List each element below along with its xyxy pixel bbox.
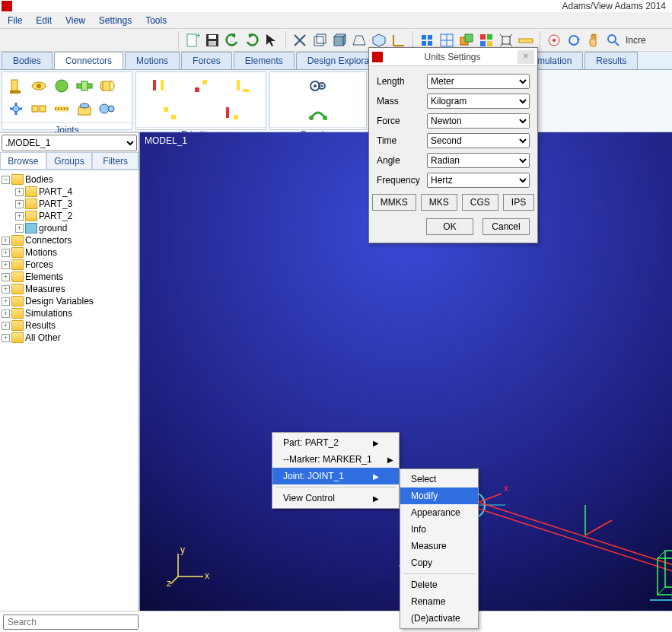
ctx-appearance[interactable]: Appearance [400, 504, 478, 521]
measure-icon[interactable] [517, 31, 535, 49]
primitive-inplane-icon[interactable] [192, 77, 210, 95]
expand-icon[interactable]: + [2, 322, 10, 330]
shaded-icon[interactable] [330, 31, 349, 49]
tool-icon[interactable] [291, 31, 309, 49]
fit-icon[interactable] [497, 31, 515, 49]
joint-screw-icon[interactable] [53, 100, 71, 118]
dialog-titlebar[interactable]: Units Settings × [369, 48, 537, 66]
tree-connectors[interactable]: Connectors [25, 235, 72, 246]
expand-icon[interactable]: + [2, 273, 10, 281]
expand-icon[interactable]: + [2, 297, 10, 306]
tab-elements[interactable]: Elements [234, 52, 295, 69]
joint-revolute-icon[interactable] [30, 77, 48, 95]
target-icon[interactable] [545, 31, 563, 49]
snap-icon[interactable] [418, 31, 436, 49]
joint-translational-icon[interactable] [75, 77, 94, 95]
menu-settings[interactable]: Settings [93, 14, 138, 27]
joint-hooke-icon[interactable] [7, 100, 25, 118]
tree-designvars[interactable]: Design Variables [25, 296, 94, 306]
color-icon[interactable] [477, 31, 495, 49]
coupler-gear-icon[interactable] [309, 77, 327, 95]
wireframe-icon[interactable] [311, 31, 329, 49]
primitive-orientation-icon[interactable] [234, 77, 252, 95]
expand-icon[interactable]: + [2, 285, 10, 294]
mmks-button[interactable]: MMKS [372, 194, 416, 211]
tree-allother[interactable]: All Other [25, 332, 61, 343]
tab-forces[interactable]: Forces [181, 52, 232, 69]
select-icon[interactable] [263, 31, 281, 49]
force-select[interactable]: Newton [427, 113, 530, 129]
expand-icon[interactable]: + [15, 212, 24, 221]
perspective-icon[interactable] [350, 31, 368, 49]
redo-icon[interactable] [243, 31, 261, 49]
primitive-parallel-icon[interactable] [161, 104, 179, 122]
joint-cylindrical-icon[interactable] [98, 77, 116, 95]
tree-motions[interactable]: Motions [25, 247, 57, 258]
ok-button[interactable]: OK [426, 218, 473, 235]
depth-icon[interactable] [457, 31, 476, 49]
tab-motions[interactable]: Motions [125, 52, 180, 69]
tree-part4[interactable]: PART_4 [39, 186, 72, 197]
expand-icon[interactable]: + [2, 334, 10, 342]
tree-results[interactable]: Results [25, 320, 56, 331]
save-icon[interactable] [203, 31, 221, 49]
expand-icon[interactable]: + [15, 224, 24, 233]
tree-forces[interactable]: Forces [25, 259, 53, 270]
expand-icon[interactable]: + [15, 200, 24, 208]
iso-icon[interactable] [370, 31, 388, 49]
rotate-view-icon[interactable] [565, 31, 583, 49]
cgs-button[interactable]: CGS [462, 194, 498, 211]
menu-view[interactable]: View [59, 14, 91, 27]
joint-spherical-icon[interactable] [53, 77, 71, 95]
ctx-modify[interactable]: Modify [400, 487, 478, 504]
tree-simulations[interactable]: Simulations [25, 308, 72, 319]
coupler-joint-icon[interactable] [309, 104, 327, 122]
primitive-inline-icon[interactable] [150, 77, 168, 95]
joint-fixed-icon[interactable] [7, 77, 25, 95]
expand-icon[interactable]: + [2, 261, 10, 269]
joint-constant-velocity-icon[interactable] [30, 100, 48, 118]
pan-icon[interactable] [584, 31, 603, 49]
angle-select[interactable]: Radian [427, 153, 530, 168]
sidebar-tab-browse[interactable]: Browse [0, 152, 46, 170]
expand-icon[interactable]: + [15, 188, 24, 196]
model-dropdown[interactable]: .MODEL_1 [2, 135, 137, 151]
joint-planar-icon[interactable] [75, 100, 94, 118]
tree-elements[interactable]: Elements [25, 272, 63, 282]
menu-tools[interactable]: Tools [139, 14, 173, 27]
mass-select[interactable]: Kilogram [427, 94, 530, 109]
tab-results[interactable]: Results [584, 52, 638, 69]
tree-bodies[interactable]: Bodies [25, 174, 53, 185]
zoom-icon[interactable] [604, 31, 623, 49]
ips-button[interactable]: IPS [503, 194, 534, 211]
ctx-delete[interactable]: Delete [400, 576, 478, 593]
length-select[interactable]: Meter [427, 74, 530, 89]
tab-connectors[interactable]: Connectors [54, 52, 123, 69]
ctx-marker[interactable]: --Marker: MARKER_1▶ [272, 451, 399, 468]
search-input[interactable] [3, 615, 139, 630]
mks-button[interactable]: MKS [421, 194, 457, 211]
tab-bodies[interactable]: Bodies [2, 52, 53, 69]
ctx-rename[interactable]: Rename [400, 593, 478, 610]
ctx-view-control[interactable]: View Control▶ [272, 490, 399, 507]
expand-icon[interactable]: + [2, 249, 10, 257]
ctx-copy[interactable]: Copy [400, 554, 478, 571]
sidebar-tab-filters[interactable]: Filters [92, 152, 139, 170]
primitive-perpendicular-icon[interactable] [223, 104, 241, 122]
undo-icon[interactable] [223, 31, 241, 49]
tree-part3[interactable]: PART_3 [39, 198, 72, 209]
tree-measures[interactable]: Measures [25, 284, 65, 294]
expand-icon[interactable]: + [2, 237, 10, 245]
sidebar-tab-groups[interactable]: Groups [46, 152, 93, 170]
ctx-part[interactable]: Part: PART_2▶ [272, 434, 399, 451]
collapse-icon[interactable]: − [2, 176, 10, 184]
menu-file[interactable]: File [2, 14, 28, 27]
frequency-select[interactable]: Hertz [427, 173, 530, 188]
ctx-deactivate[interactable]: (De)activate [400, 610, 478, 627]
menu-edit[interactable]: Edit [30, 14, 58, 27]
ctx-measure[interactable]: Measure [400, 538, 478, 554]
time-select[interactable]: Second [427, 133, 530, 148]
ctx-joint[interactable]: Joint: JOINT_1▶ [272, 468, 399, 484]
new-icon[interactable]: + [183, 31, 202, 49]
tree-part2[interactable]: PART_2 [39, 211, 72, 221]
